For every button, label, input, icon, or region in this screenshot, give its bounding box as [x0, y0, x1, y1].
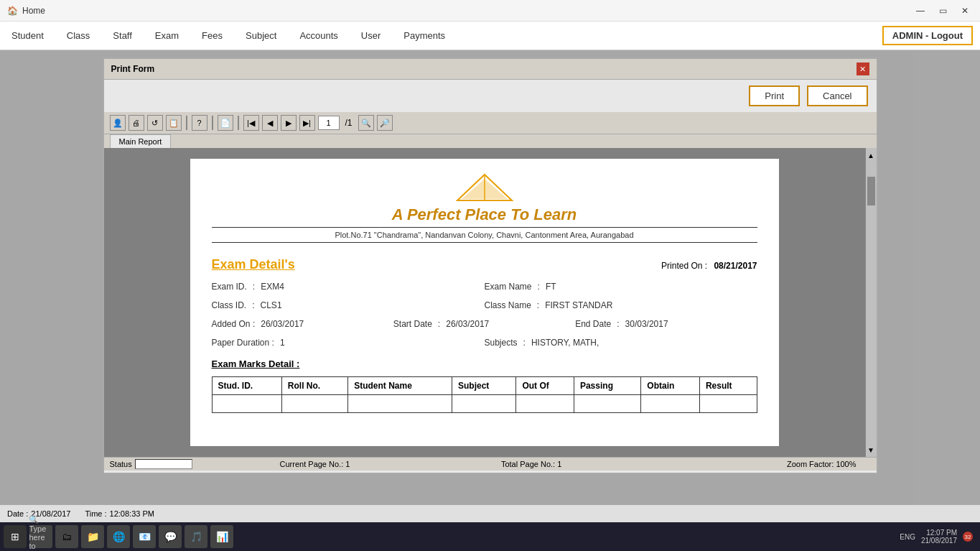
- menu-accounts[interactable]: Accounts: [295, 27, 342, 44]
- app-title: Home: [22, 6, 45, 16]
- exam-id-value: EXM4: [261, 282, 284, 292]
- menu-class[interactable]: Class: [62, 27, 95, 44]
- main-report-tab[interactable]: Main Report: [110, 134, 172, 148]
- subjects-col: Subjects : HISTORY, MATH,: [485, 338, 757, 348]
- taskbar-time-display: 12:07 PM: [921, 529, 957, 537]
- school-tagline: A Perfect Place To Learn: [212, 205, 757, 224]
- exam-title: Exam Detail's: [212, 257, 295, 272]
- app-icon-1[interactable]: 📧: [133, 525, 156, 548]
- report-header: A Perfect Place To Learn Plot.No.71 "Cha…: [212, 173, 757, 243]
- exam-name-col: Exam Name : FT: [485, 282, 757, 292]
- status-bar: Status Current Page No.: 1 Total Page No…: [104, 457, 877, 471]
- close-btn[interactable]: ✕: [957, 4, 973, 17]
- school-logo: [212, 173, 757, 202]
- added-on-label: Added On :: [212, 319, 256, 329]
- start-date-label: Start Date: [393, 319, 432, 329]
- edge-btn[interactable]: 🌐: [107, 525, 130, 548]
- start-button[interactable]: ⊞: [4, 525, 27, 548]
- first-page-btn[interactable]: |◀: [243, 115, 259, 131]
- report-viewer: A Perfect Place To Learn Plot.No.71 "Cha…: [104, 148, 877, 457]
- menu-subject[interactable]: Subject: [241, 27, 281, 44]
- scroll-area[interactable]: A Perfect Place To Learn Plot.No.71 "Cha…: [104, 148, 865, 457]
- th-subject: Subject: [452, 377, 515, 395]
- file-explorer-btn[interactable]: 📁: [81, 525, 104, 548]
- th-passing: Passing: [574, 377, 640, 395]
- report-page: A Perfect Place To Learn Plot.No.71 "Cha…: [190, 159, 779, 446]
- toolbar-icon-5[interactable]: ?: [192, 115, 207, 131]
- taskbar-time: 12:07 PM 21/08/2017: [921, 529, 957, 545]
- marks-heading: Exam Marks Detail :: [212, 358, 757, 369]
- menu-user[interactable]: User: [357, 27, 385, 44]
- minimize-btn[interactable]: —: [912, 4, 929, 17]
- search-icon[interactable]: 🔍: [358, 115, 374, 131]
- class-id-value: CLS1: [261, 300, 282, 310]
- exam-id-colon: :: [253, 282, 255, 292]
- th-stud-id: Stud. ID.: [212, 377, 281, 395]
- prev-page-btn[interactable]: ◀: [262, 115, 278, 131]
- scroll-up-btn[interactable]: ▲: [866, 148, 877, 162]
- toolbar-icon-4[interactable]: 📋: [166, 115, 182, 131]
- print-button[interactable]: Print: [749, 85, 800, 106]
- detail-row-subjects: Paper Duration : 1 Subjects : HISTORY, M…: [212, 338, 757, 348]
- table-row: [212, 395, 757, 413]
- total-page: Total Page No.: 1: [423, 460, 640, 468]
- separator-3: [238, 116, 239, 130]
- printed-on-date: 08/21/2017: [714, 261, 757, 271]
- th-out-of: Out Of: [516, 377, 574, 395]
- exam-id-label: Exam ID.: [212, 282, 247, 292]
- menu-student[interactable]: Student: [7, 27, 48, 44]
- win-taskbar: ⊞ 🔍 Type here to search 🗂 📁 🌐 📧 💬 🎵 📊 EN…: [0, 522, 980, 551]
- menu-exam[interactable]: Exam: [151, 27, 183, 44]
- admin-logout-btn[interactable]: ADMIN - Logout: [882, 26, 973, 45]
- class-name-col: Class Name : FIRST STANDAR: [485, 300, 757, 310]
- dialog-title-bar: Print Form ✕: [104, 59, 877, 80]
- menu-payments[interactable]: Payments: [399, 27, 449, 44]
- detail-row-dates: Added On : 26/03/2017 Start Date : 26/03…: [212, 319, 757, 329]
- added-on-col: Added On : 26/03/2017: [212, 319, 393, 329]
- status-input[interactable]: [135, 459, 192, 469]
- app-icon-2[interactable]: 💬: [159, 525, 182, 548]
- task-view-btn[interactable]: 🗂: [55, 525, 78, 548]
- search-taskbar[interactable]: 🔍 Type here to search: [29, 525, 52, 548]
- toolbar-icon-6[interactable]: 📄: [218, 115, 233, 131]
- maximize-btn[interactable]: ▭: [935, 4, 951, 17]
- subjects-colon: :: [523, 338, 526, 348]
- dialog-close-button[interactable]: ✕: [857, 62, 869, 75]
- app-icon-3[interactable]: 🎵: [185, 525, 207, 548]
- report-toolbar: 👤 🖨 ↺ 📋 ? 📄 |◀ ◀ ▶ ▶| 1 /1 🔍 🔎: [104, 112, 877, 134]
- school-address: Plot.No.71 "Chandrama", Nandanvan Colony…: [212, 227, 757, 243]
- scrollbar-track[interactable]: ▲ ▼: [865, 148, 877, 457]
- start-date-colon: :: [438, 319, 440, 329]
- current-page: Current Page No.: 1: [207, 460, 424, 468]
- zoom-icon[interactable]: 🔎: [377, 115, 393, 131]
- logo-svg: [456, 173, 513, 202]
- td-passing: [574, 395, 640, 413]
- added-on-value: 26/03/2017: [261, 319, 304, 329]
- next-page-btn[interactable]: ▶: [281, 115, 297, 131]
- status-label: Status: [110, 460, 132, 468]
- app-icon: 🏠: [7, 6, 18, 16]
- start-date-col: Start Date : 26/03/2017: [393, 319, 575, 329]
- printed-on: Printed On : 08/21/2017: [661, 261, 757, 271]
- title-bar: 🏠 Home — ▭ ✕: [0, 0, 980, 22]
- page-input[interactable]: 1: [318, 116, 340, 130]
- scroll-down-btn[interactable]: ▼: [866, 443, 877, 457]
- app-icon-4[interactable]: 📊: [210, 525, 233, 548]
- detail-row-class: Class ID. : CLS1 Class Name : FIRST STAN…: [212, 300, 757, 310]
- separator-1: [186, 116, 187, 130]
- td-result: [699, 395, 757, 413]
- menu-fees[interactable]: Fees: [197, 27, 227, 44]
- cancel-button[interactable]: Cancel: [807, 85, 867, 106]
- table-header-row: Stud. ID. Roll No. Student Name Subject …: [212, 377, 757, 395]
- toolbar-icon-1[interactable]: 👤: [110, 115, 126, 131]
- scrollbar-thumb[interactable]: [867, 177, 875, 205]
- printed-on-label: Printed On :: [661, 261, 707, 271]
- taskbar-right: ENG 12:07 PM 21/08/2017 32: [900, 529, 976, 545]
- last-page-btn[interactable]: ▶|: [299, 115, 315, 131]
- toolbar-icon-2[interactable]: 🖨: [129, 115, 144, 131]
- menu-staff[interactable]: Staff: [108, 27, 136, 44]
- window-controls: — ▭ ✕: [912, 4, 973, 17]
- exam-id-col: Exam ID. : EXM4: [212, 282, 485, 292]
- marks-table: Stud. ID. Roll No. Student Name Subject …: [212, 376, 757, 413]
- toolbar-icon-3[interactable]: ↺: [147, 115, 163, 131]
